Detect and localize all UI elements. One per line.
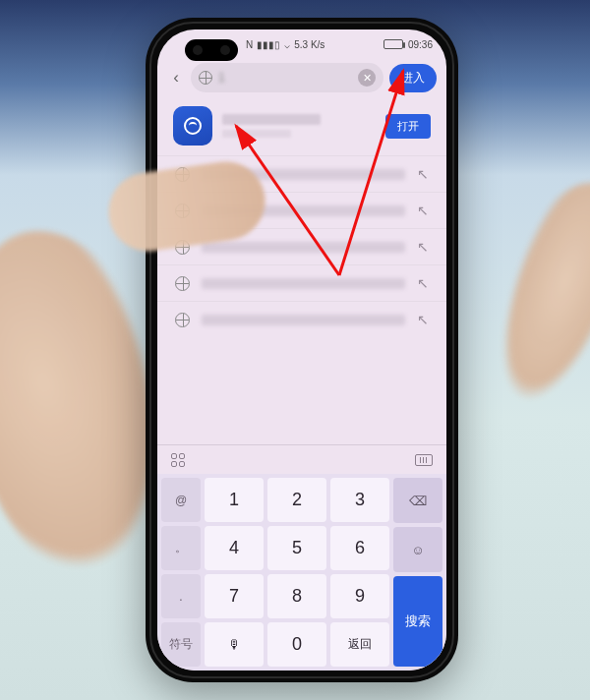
open-button[interactable]: 打开 bbox=[385, 114, 431, 139]
globe-icon bbox=[199, 71, 212, 85]
suggestion-item[interactable]: ↖ bbox=[157, 192, 446, 228]
clock: 09:36 bbox=[408, 39, 433, 50]
globe-icon bbox=[175, 240, 190, 255]
nfc-icon: N bbox=[246, 39, 253, 50]
suggestion-item[interactable]: ↖ bbox=[157, 155, 446, 192]
key-symbols[interactable]: 符号 bbox=[161, 622, 201, 667]
network-speed: 5.3 K/s bbox=[294, 39, 324, 50]
key-1[interactable]: 1 bbox=[205, 478, 264, 522]
photo-background: N ▮▮▮▯ ⌵ 5.3 K/s 09:36 ‹ 1 ✕ bbox=[0, 0, 590, 700]
clear-input-button[interactable]: ✕ bbox=[358, 69, 376, 87]
featured-subtitle bbox=[222, 130, 291, 138]
phone-frame: N ▮▮▮▯ ⌵ 5.3 K/s 09:36 ‹ 1 ✕ bbox=[146, 18, 458, 682]
address-bar-row: ‹ 1 ✕ 进入 bbox=[157, 59, 446, 96]
battery-icon bbox=[384, 39, 403, 49]
suggestion-item[interactable]: ↖ bbox=[157, 264, 446, 301]
enter-button[interactable]: 进入 bbox=[389, 64, 437, 92]
insert-arrow-icon[interactable]: ↖ bbox=[417, 166, 429, 182]
suggestion-list: ↖ ↖ ↖ ↖ bbox=[157, 155, 446, 337]
key-2[interactable]: 2 bbox=[267, 478, 326, 522]
featured-meta bbox=[222, 114, 376, 138]
key-9[interactable]: 9 bbox=[330, 574, 389, 618]
wifi-icon: ⌵ bbox=[284, 39, 290, 50]
insert-arrow-icon[interactable]: ↖ bbox=[417, 239, 429, 255]
wifi-app-icon bbox=[173, 106, 212, 146]
key-emoji[interactable]: ☺ bbox=[393, 527, 442, 572]
grid-icon[interactable] bbox=[171, 453, 185, 467]
url-input-text: 1 bbox=[218, 71, 352, 85]
globe-icon bbox=[175, 204, 190, 218]
key-backspace[interactable]: ⌫ bbox=[393, 478, 442, 523]
insert-arrow-icon[interactable]: ↖ bbox=[417, 275, 429, 291]
key-6[interactable]: 6 bbox=[330, 526, 389, 570]
suggestion-text bbox=[202, 169, 405, 180]
camera-cutout bbox=[185, 39, 238, 61]
keyboard-toolbar bbox=[157, 444, 446, 474]
featured-result[interactable]: 打开 bbox=[157, 96, 446, 155]
suggestion-text bbox=[202, 315, 405, 325]
keyboard-digits: 1 2 3 4 5 6 7 8 9 🎙 0 返回 bbox=[205, 478, 389, 667]
globe-icon bbox=[175, 167, 190, 182]
signal-icon: ▮▮▮▯ bbox=[257, 39, 280, 50]
numeric-keyboard: @ 。 . 符号 1 2 3 4 5 6 7 8 9 🎙 0 bbox=[157, 474, 446, 671]
keyboard-action-column: ⌫ ☺ 搜索 bbox=[393, 478, 442, 667]
suggestion-text bbox=[202, 278, 405, 289]
hand-right bbox=[457, 164, 590, 444]
spacer bbox=[157, 337, 446, 444]
key-7[interactable]: 7 bbox=[205, 574, 264, 618]
key-mic[interactable]: 🎙 bbox=[205, 622, 264, 667]
suggestion-item[interactable]: ↖ bbox=[157, 301, 446, 337]
phone-screen: N ▮▮▮▯ ⌵ 5.3 K/s 09:36 ‹ 1 ✕ bbox=[157, 29, 446, 671]
insert-arrow-icon[interactable]: ↖ bbox=[417, 312, 429, 327]
key-0[interactable]: 0 bbox=[267, 622, 326, 667]
key-3[interactable]: 3 bbox=[330, 478, 389, 522]
key-cn-period[interactable]: 。 bbox=[161, 526, 201, 570]
key-8[interactable]: 8 bbox=[267, 574, 326, 618]
key-5[interactable]: 5 bbox=[267, 526, 326, 570]
key-4[interactable]: 4 bbox=[205, 526, 264, 570]
key-at[interactable]: @ bbox=[161, 478, 201, 522]
globe-icon bbox=[175, 276, 190, 291]
insert-arrow-icon[interactable]: ↖ bbox=[417, 203, 429, 218]
featured-title bbox=[222, 114, 321, 125]
key-period[interactable]: . bbox=[161, 574, 201, 618]
suggestion-item[interactable]: ↖ bbox=[157, 228, 446, 264]
keyboard-fn-column: @ 。 . 符号 bbox=[161, 478, 201, 667]
key-search[interactable]: 搜索 bbox=[393, 576, 442, 667]
keyboard-toggle-icon[interactable] bbox=[415, 454, 433, 466]
url-input[interactable]: 1 ✕ bbox=[191, 63, 384, 92]
globe-icon bbox=[175, 313, 190, 327]
back-button[interactable]: ‹ bbox=[167, 68, 185, 88]
suggestion-text bbox=[202, 242, 405, 253]
key-return[interactable]: 返回 bbox=[330, 622, 389, 667]
suggestion-text bbox=[202, 205, 405, 216]
